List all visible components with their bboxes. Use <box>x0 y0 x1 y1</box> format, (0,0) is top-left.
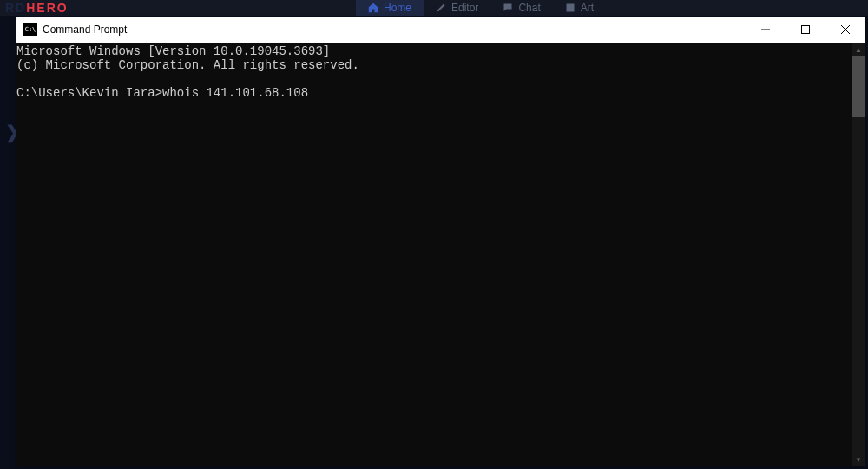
close-button[interactable] <box>825 17 865 43</box>
window-controls <box>746 17 865 43</box>
background-navbar: RDHERO Home Editor Chat Art <box>0 0 868 16</box>
terminal-command[interactable]: whois 141.101.68.108 <box>162 86 308 100</box>
tab-chat[interactable]: Chat <box>490 0 552 16</box>
logo-text-1: RD <box>5 1 26 15</box>
terminal-scrollbar[interactable]: ▲ ▼ <box>852 43 865 466</box>
background-tabs: Home Editor Chat Art <box>356 0 606 16</box>
terminal-content[interactable]: Microsoft Windows [Version 10.0.19045.36… <box>16 43 852 466</box>
scroll-down-button[interactable]: ▼ <box>852 452 865 466</box>
maximize-icon <box>801 25 810 34</box>
tab-home[interactable]: Home <box>356 0 424 16</box>
scroll-thumb[interactable] <box>852 56 865 117</box>
window-titlebar[interactable]: Command Prompt <box>16 17 865 43</box>
close-icon <box>841 25 850 34</box>
home-icon <box>368 3 378 13</box>
scroll-track[interactable] <box>852 56 865 452</box>
logo-text-2: HERO <box>26 1 68 15</box>
background-logo: RDHERO <box>5 1 69 15</box>
tab-editor-label: Editor <box>451 2 478 14</box>
maximize-button[interactable] <box>786 17 825 43</box>
tab-art[interactable]: Art <box>553 0 606 16</box>
terminal-line-1: Microsoft Windows [Version 10.0.19045.36… <box>16 44 330 58</box>
minimize-icon <box>761 25 770 34</box>
command-prompt-window: Command Prompt Microsoft Windows [Versio… <box>16 17 865 466</box>
chat-icon <box>503 3 513 13</box>
tab-art-label: Art <box>581 2 594 14</box>
minimize-button[interactable] <box>746 17 786 43</box>
tab-chat-label: Chat <box>518 2 540 14</box>
image-icon <box>565 3 575 13</box>
pencil-icon <box>436 3 446 13</box>
tab-editor[interactable]: Editor <box>424 0 490 16</box>
cmd-icon <box>23 23 37 36</box>
scroll-up-button[interactable]: ▲ <box>852 43 865 56</box>
tab-home-label: Home <box>384 2 411 14</box>
terminal-line-2: (c) Microsoft Corporation. All rights re… <box>16 58 359 72</box>
svg-rect-1 <box>802 26 810 34</box>
window-title: Command Prompt <box>43 23 127 36</box>
terminal-prompt: C:\Users\Kevin Iara> <box>16 86 162 100</box>
terminal-wrap: Microsoft Windows [Version 10.0.19045.36… <box>16 43 865 466</box>
